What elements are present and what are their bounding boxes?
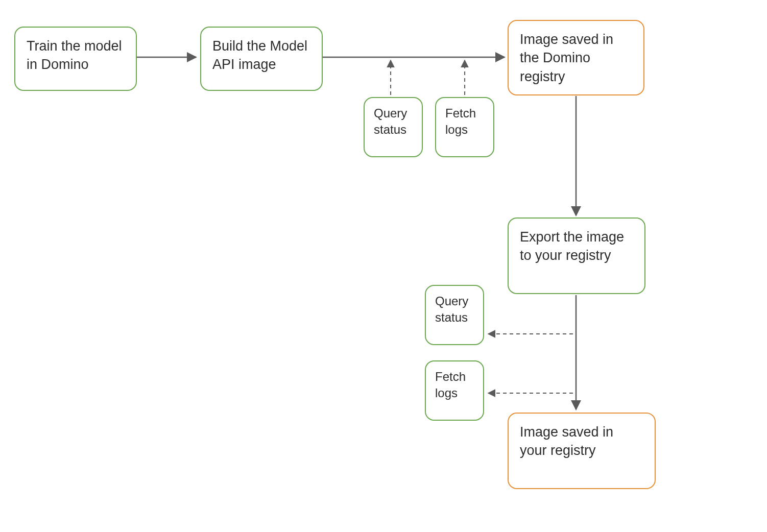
node-fetch-logs-1-label: Fetch logs — [445, 105, 484, 138]
node-query-status-2-label: Query status — [435, 293, 474, 326]
node-train-label: Train the model in Domino — [27, 37, 125, 74]
node-saved-domino: Image saved in the Domino registry — [508, 20, 644, 95]
node-fetch-logs-2: Fetch logs — [425, 360, 484, 421]
node-train: Train the model in Domino — [14, 27, 137, 91]
node-build-label: Build the Model API image — [212, 37, 310, 74]
node-saved-your-label: Image saved in your registry — [520, 423, 643, 460]
node-build: Build the Model API image — [200, 27, 323, 91]
node-query-status-1: Query status — [364, 97, 423, 157]
node-export-label: Export the image to your registry — [520, 228, 633, 265]
node-saved-domino-label: Image saved in the Domino registry — [520, 30, 632, 86]
node-saved-your: Image saved in your registry — [508, 413, 656, 489]
node-export: Export the image to your registry — [508, 217, 645, 294]
node-fetch-logs-1: Fetch logs — [435, 97, 494, 157]
node-fetch-logs-2-label: Fetch logs — [435, 369, 474, 402]
node-query-status-2: Query status — [425, 285, 484, 345]
node-query-status-1-label: Query status — [374, 105, 413, 138]
